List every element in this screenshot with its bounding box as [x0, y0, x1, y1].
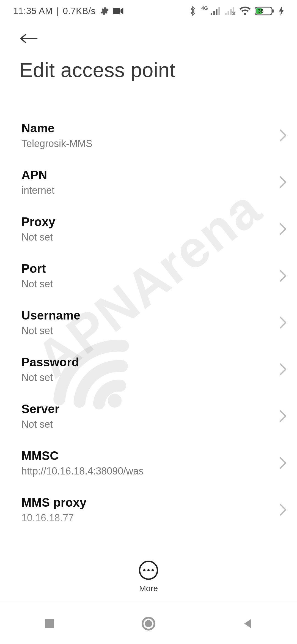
setting-port[interactable]: Port Not set: [0, 252, 297, 299]
svg-rect-1: [113, 8, 120, 14]
svg-text:38: 38: [258, 8, 263, 14]
setting-value: Telegrosik-MMS: [21, 138, 272, 149]
setting-value: internet: [21, 185, 272, 196]
chevron-right-icon: [279, 129, 287, 142]
nav-back-button[interactable]: [228, 613, 267, 635]
setting-label: Password: [21, 355, 272, 369]
setting-label: APN: [21, 168, 272, 182]
signal-sim2-icon: [225, 7, 235, 15]
nav-home-button[interactable]: [129, 613, 168, 635]
svg-rect-2: [211, 13, 212, 15]
bluetooth-icon: [189, 6, 196, 16]
nav-recent-button[interactable]: [30, 613, 69, 635]
svg-rect-3: [213, 11, 215, 15]
chevron-right-icon: [279, 410, 287, 422]
network-type-4g-icon: 4G: [201, 6, 208, 11]
setting-value: Not set: [21, 278, 272, 290]
camera-icon: [113, 7, 124, 15]
setting-label: Proxy: [21, 215, 272, 229]
chevron-right-icon: [279, 363, 287, 376]
chevron-right-icon: [279, 269, 287, 282]
system-nav-bar: [0, 603, 297, 644]
chevron-right-icon: [279, 223, 287, 235]
settings-icon: [100, 6, 109, 16]
svg-point-19: [145, 620, 152, 627]
arrow-left-icon: [19, 32, 38, 45]
setting-label: MMS proxy: [21, 496, 272, 509]
setting-value: 10.16.18.77: [21, 512, 272, 524]
page-title: Edit access point: [19, 58, 280, 82]
svg-rect-8: [230, 9, 232, 15]
chevron-right-icon: [279, 503, 287, 516]
setting-label: Username: [21, 309, 272, 322]
setting-value: http://10.16.18.4:38090/was: [21, 465, 272, 477]
square-icon: [44, 618, 55, 629]
settings-list: Name Telegrosik-MMS APN internet Proxy N…: [0, 112, 297, 533]
svg-rect-17: [45, 619, 54, 628]
status-time: 11:35 AM: [13, 6, 53, 16]
chevron-right-icon: [279, 316, 287, 329]
setting-label: Server: [21, 402, 272, 416]
more-label: More: [139, 584, 158, 593]
chevron-right-icon: [279, 457, 287, 469]
setting-mmsc[interactable]: MMSC http://10.16.18.4:38090/was: [0, 440, 297, 486]
setting-proxy[interactable]: Proxy Not set: [0, 206, 297, 252]
battery-icon: 38: [255, 6, 275, 16]
svg-rect-13: [272, 9, 274, 13]
charging-icon: [279, 6, 284, 16]
svg-rect-6: [225, 13, 227, 15]
svg-rect-7: [228, 11, 229, 15]
svg-rect-4: [216, 9, 218, 15]
status-separator: |: [56, 6, 59, 16]
setting-label: Port: [21, 262, 272, 275]
setting-value: Not set: [21, 231, 272, 243]
setting-value: Not set: [21, 325, 272, 337]
setting-value: Not set: [21, 419, 272, 430]
setting-server[interactable]: Server Not set: [0, 393, 297, 440]
more-icon: [139, 561, 158, 580]
chevron-right-icon: [279, 176, 287, 189]
svg-rect-5: [218, 7, 220, 15]
setting-password[interactable]: Password Not set: [0, 346, 297, 393]
triangle-left-icon: [242, 618, 253, 629]
setting-label: MMSC: [21, 449, 272, 463]
setting-apn[interactable]: APN internet: [0, 159, 297, 206]
setting-name[interactable]: Name Telegrosik-MMS: [0, 112, 297, 159]
setting-username[interactable]: Username Not set: [0, 299, 297, 346]
setting-value: Not set: [21, 372, 272, 383]
status-bar: 11:35 AM | 0.7KB/s 4G: [0, 0, 297, 22]
back-button[interactable]: [19, 28, 41, 50]
circle-icon: [141, 616, 156, 631]
status-net-speed: 0.7KB/s: [63, 6, 96, 16]
signal-sim1-icon: [211, 7, 221, 15]
setting-label: Name: [21, 121, 272, 135]
wifi-icon: [239, 6, 251, 16]
more-button[interactable]: More: [139, 561, 158, 593]
setting-mms-proxy[interactable]: MMS proxy 10.16.18.77: [0, 486, 297, 533]
